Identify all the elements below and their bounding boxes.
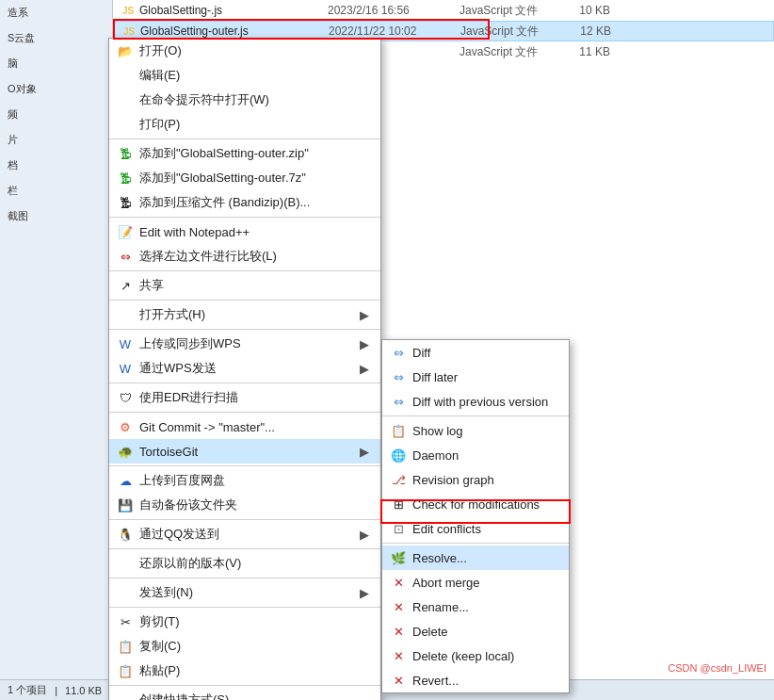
- file-size: 11 KB: [554, 45, 610, 58]
- menu-create-shortcut[interactable]: 创建快捷方式(S): [109, 688, 380, 700]
- menu-wps-sync-label: 上传或同步到WPS: [139, 335, 241, 352]
- menu-print-label: 打印(P): [139, 116, 180, 133]
- menu-diff-prev[interactable]: ⇔ Diff with previous version: [382, 389, 569, 414]
- menu-add-bandizip[interactable]: 🗜 添加到压缩文件 (Bandizip)(B)...: [109, 190, 380, 215]
- print-icon: [117, 116, 134, 133]
- menu-edit-conflicts-label: Edit conflicts: [412, 522, 481, 536]
- separator: [109, 383, 380, 383]
- open-icon: 📂: [117, 42, 134, 59]
- menu-delete-git[interactable]: ✕ Delete: [382, 619, 569, 643]
- menu-add-zip[interactable]: 🗜 添加到"GlobalSetting-outer.zip": [109, 141, 380, 166]
- revert-icon: ✕: [390, 672, 407, 689]
- menu-diff[interactable]: ⇔ Diff: [382, 340, 569, 365]
- delete-git-icon: ✕: [390, 623, 407, 640]
- menu-tortoisegit[interactable]: 🐢 TortoiseGit ▶: [109, 439, 380, 464]
- menu-add-7z[interactable]: 🗜 添加到"GlobalSetting-outer.7z": [109, 166, 380, 190]
- menu-baidu[interactable]: ☁ 上传到百度网盘: [109, 468, 380, 493]
- menu-diff-prev-label: Diff with previous version: [412, 395, 548, 409]
- menu-delete-keep-local[interactable]: ✕ Delete (keep local): [382, 643, 569, 668]
- compare-icon: ⇔: [117, 248, 134, 265]
- status-size: 11.0 KB: [65, 685, 102, 696]
- delete-local-icon: ✕: [390, 647, 407, 664]
- csdn-watermark: CSDN @csdn_LIWEI: [668, 662, 766, 674]
- diff-later-icon: ⇔: [390, 368, 407, 385]
- menu-wps-send[interactable]: W 通过WPS发送 ▶: [109, 356, 380, 381]
- menu-edit[interactable]: 编辑(E): [109, 63, 380, 88]
- sidebar-item-zaoji[interactable]: 造系: [0, 0, 112, 25]
- rename-git-icon: ✕: [390, 598, 407, 615]
- menu-share[interactable]: ↗ 共享: [109, 273, 380, 298]
- separator: [109, 578, 380, 578]
- js-icon: JS: [121, 24, 137, 39]
- menu-rename-git[interactable]: ✕ Rename...: [382, 594, 569, 619]
- menu-edit-conflicts[interactable]: ⊡ Edit conflicts: [382, 516, 569, 541]
- menu-edr[interactable]: 🛡 使用EDR进行扫描: [109, 385, 380, 410]
- diff-prev-icon: ⇔: [390, 393, 407, 410]
- menu-compare-left[interactable]: ⇔ 选择左边文件进行比较(L): [109, 244, 380, 269]
- file-date: 2022/11/22 10:02: [329, 24, 460, 38]
- menu-qq-send[interactable]: 🐧 通过QQ发送到 ▶: [109, 522, 380, 546]
- sidebar-item-pic[interactable]: 片: [0, 127, 112, 153]
- cmd-icon: [117, 91, 134, 108]
- wps-send-icon: W: [117, 360, 134, 377]
- menu-paste[interactable]: 📋 粘贴(P): [109, 659, 380, 683]
- sidebar-item-doc[interactable]: 档: [0, 153, 112, 178]
- context-menu-main: 📂 打开(O) 编辑(E) 在命令提示符中打开(W) 打印(P) 🗜 添加到"G…: [108, 38, 381, 700]
- sidebar-item-screenshot[interactable]: 截图: [0, 203, 112, 229]
- menu-git-commit[interactable]: ⚙ Git Commit -> "master"...: [109, 415, 380, 439]
- file-date: 2023/2/16 16:56: [328, 4, 460, 17]
- menu-open-cmd[interactable]: 在命令提示符中打开(W): [109, 88, 380, 112]
- menu-add-7z-label: 添加到"GlobalSetting-outer.7z": [139, 170, 306, 187]
- submenu-arrow: ▶: [360, 308, 369, 322]
- menu-git-commit-label: Git Commit -> "master"...: [139, 420, 275, 434]
- edr-icon: 🛡: [117, 389, 134, 406]
- menu-send-to-label: 发送到(N): [139, 584, 193, 601]
- sidebar-item-freq[interactable]: 频: [0, 102, 112, 127]
- menu-add-zip-label: 添加到"GlobalSetting-outer.zip": [139, 145, 309, 162]
- file-name: GlobalSetting-.js: [139, 4, 328, 17]
- file-type: JavaScript 文件: [460, 24, 555, 40]
- menu-rename-git-label: Rename...: [412, 600, 469, 614]
- qq-icon: 🐧: [117, 526, 134, 543]
- menu-restore[interactable]: 还原以前的版本(V): [109, 551, 380, 576]
- shortcut-icon: [117, 692, 134, 700]
- menu-notepadpp[interactable]: 📝 Edit with Notepad++: [109, 220, 380, 244]
- menu-check-modifications-label: Check for modifications: [412, 497, 540, 512]
- separator: [109, 217, 380, 218]
- daemon-icon: 🌐: [390, 447, 407, 464]
- menu-send-to[interactable]: 发送到(N) ▶: [109, 580, 380, 605]
- status-count: 1 个项目: [8, 683, 47, 697]
- sidebar-item-brain[interactable]: 脑: [0, 51, 112, 76]
- menu-copy[interactable]: 📋 复制(C): [109, 634, 380, 659]
- menu-resolve[interactable]: 🌿 Resolve...: [382, 545, 569, 570]
- sidebar-item-cloud[interactable]: S云盘: [0, 25, 112, 51]
- wps-icon: W: [117, 335, 134, 352]
- separator: [109, 519, 380, 520]
- sidebar: 造系 S云盘 脑 O对象 频 片 档 栏 截图: [0, 0, 113, 700]
- sidebar-item-object[interactable]: O对象: [0, 76, 112, 102]
- git-icon: ⚙: [117, 418, 134, 435]
- abort-icon: ✕: [390, 574, 407, 591]
- menu-daemon-label: Daemon: [412, 448, 459, 463]
- menu-diff-later[interactable]: ⇔ Diff later: [382, 365, 569, 389]
- file-row[interactable]: JS GlobalSetting-.js 2023/2/16 16:56 Jav…: [113, 0, 774, 21]
- menu-daemon[interactable]: 🌐 Daemon: [382, 443, 569, 467]
- menu-wps-sync[interactable]: W 上传或同步到WPS ▶: [109, 332, 380, 356]
- menu-revision-graph[interactable]: ⎇ Revision graph: [382, 467, 569, 492]
- menu-abort-merge[interactable]: ✕ Abort merge: [382, 570, 569, 594]
- menu-check-modifications[interactable]: ⊞ Check for modifications: [382, 492, 569, 516]
- menu-cut[interactable]: ✂ 剪切(T): [109, 610, 380, 634]
- submenu-arrow: ▶: [360, 586, 369, 600]
- separator: [109, 685, 380, 686]
- menu-open[interactable]: 📂 打开(O): [109, 39, 380, 63]
- file-name: GlobalSetting-outer.js: [140, 24, 329, 38]
- menu-print[interactable]: 打印(P): [109, 112, 380, 137]
- menu-auto-backup[interactable]: 💾 自动备份该文件夹: [109, 493, 380, 517]
- separator: [109, 329, 380, 330]
- menu-show-log[interactable]: 📋 Show log: [382, 418, 569, 443]
- submenu-arrow: ▶: [360, 528, 369, 542]
- menu-open-with[interactable]: 打开方式(H) ▶: [109, 302, 380, 327]
- menu-revert[interactable]: ✕ Revert...: [382, 668, 569, 692]
- menu-delete-git-label: Delete: [412, 625, 448, 639]
- sidebar-item-bar[interactable]: 栏: [0, 178, 112, 203]
